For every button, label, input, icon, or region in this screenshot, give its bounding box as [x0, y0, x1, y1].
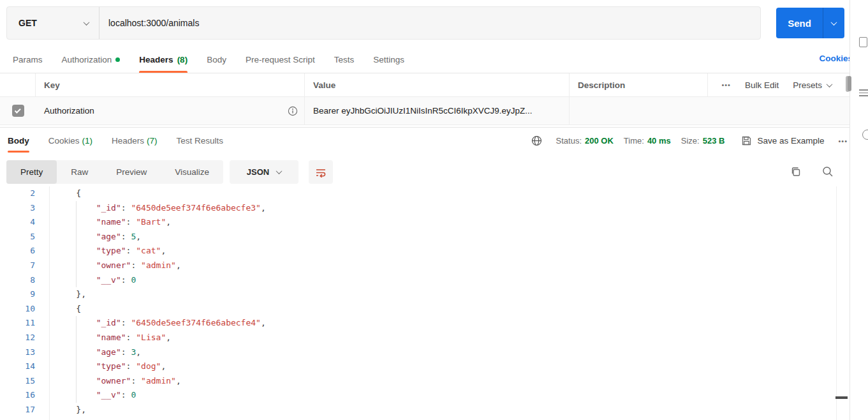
- line-number: 8: [0, 273, 50, 288]
- cookies-link[interactable]: Cookies: [819, 54, 853, 63]
- line-number: 15: [0, 374, 50, 389]
- line-number: 13: [0, 345, 50, 360]
- column-key: Key: [36, 73, 305, 96]
- code-line[interactable]: 11 "_id": "6450de5eef374f6e6abecfe4",: [0, 316, 835, 331]
- wrap-lines-button[interactable]: [309, 160, 333, 184]
- tab-headers[interactable]: Headers (8): [139, 46, 188, 73]
- tab-body[interactable]: Body: [207, 46, 226, 73]
- response-tab-headers[interactable]: Headers (7): [112, 128, 158, 154]
- code-line[interactable]: 13 "age": 3,: [0, 345, 835, 360]
- response-tabs: Body Cookies (1) Headers (7) Test Result…: [0, 128, 497, 154]
- select-all-column: [0, 73, 36, 96]
- header-key-cell[interactable]: Authorization: [36, 97, 305, 124]
- page-scrollbar-thumb[interactable]: [848, 76, 851, 91]
- tab-tests[interactable]: Tests: [334, 46, 355, 73]
- response-tab-cookies[interactable]: Cookies (1): [48, 128, 92, 154]
- code-line[interactable]: 5 "age": 5,: [0, 230, 835, 244]
- tab-params[interactable]: Params: [13, 46, 43, 73]
- save-icon: [741, 135, 752, 146]
- comments-icon[interactable]: [859, 89, 868, 97]
- line-number: 5: [0, 230, 50, 244]
- copy-response-button[interactable]: [790, 165, 802, 178]
- row-checkbox[interactable]: [12, 105, 24, 117]
- bulk-edit-button[interactable]: Bulk Edit: [745, 80, 779, 90]
- view-tab-visualize[interactable]: Visualize: [161, 160, 223, 184]
- code-line[interactable]: 6 "type": "cat",: [0, 244, 835, 259]
- presets-dropdown[interactable]: Presets: [793, 80, 832, 90]
- line-number: 17: [0, 403, 50, 417]
- search-response-button[interactable]: [822, 166, 834, 177]
- response-view-switcher: Pretty Raw Preview Visualize: [6, 160, 223, 184]
- headers-table-header: Key Value Description ••• Bulk Edit Pres…: [0, 73, 851, 97]
- code-snippet-icon[interactable]: [862, 130, 868, 140]
- response-tab-body[interactable]: Body: [8, 128, 29, 154]
- line-content: "owner": "admin",: [50, 259, 181, 273]
- line-number: 16: [0, 388, 50, 403]
- size-badge: Size: 523 B: [681, 136, 725, 146]
- header-value-cell[interactable]: Bearer eyJhbGciOiJIUzI1NiIsInR5cCI6IkpXV…: [305, 97, 570, 124]
- documentation-icon[interactable]: [859, 37, 867, 47]
- cookies-count-badge: (1): [82, 136, 93, 146]
- code-line[interactable]: 16 "__v": 0: [0, 388, 835, 403]
- code-line[interactable]: 14 "type": "dog",: [0, 359, 835, 374]
- code-line[interactable]: 12 "name": "Lisa",: [0, 331, 835, 345]
- code-line[interactable]: 15 "owner": "admin",: [0, 374, 835, 389]
- response-meta: Status: 200 OK Time: 40 ms Size: 523 B S…: [531, 128, 848, 154]
- line-number: 9: [0, 287, 50, 302]
- code-line[interactable]: 17 },: [0, 403, 835, 417]
- send-button[interactable]: Send: [776, 8, 844, 38]
- code-line[interactable]: 3 "_id": "6450de5eef374f6e6abecfe3",: [0, 201, 835, 216]
- header-description-cell[interactable]: [570, 97, 708, 124]
- context-rail: [850, 0, 868, 420]
- tab-pre-request-script[interactable]: Pre-request Script: [246, 46, 315, 73]
- wrap-lines-icon: [315, 167, 327, 177]
- table-actions: ••• Bulk Edit Presets: [708, 73, 851, 96]
- code-line[interactable]: 9 },: [0, 287, 835, 302]
- tab-settings[interactable]: Settings: [373, 46, 404, 73]
- method-dropdown[interactable]: GET: [7, 7, 99, 39]
- response-tab-test-results[interactable]: Test Results: [177, 128, 224, 154]
- column-value: Value: [305, 73, 570, 96]
- line-number: 4: [0, 215, 50, 230]
- line-content: "age": 3,: [50, 345, 141, 360]
- view-tab-preview[interactable]: Preview: [102, 160, 161, 184]
- chevron-down-icon: [831, 19, 837, 26]
- editor-scrollbar-thumb[interactable]: [835, 396, 848, 399]
- indent-guide: [76, 201, 77, 288]
- code-line[interactable]: 10 {: [0, 302, 835, 317]
- line-number: 6: [0, 244, 50, 259]
- globe-icon[interactable]: [531, 135, 542, 146]
- tab-authorization[interactable]: Authorization: [62, 46, 121, 73]
- code-line[interactable]: 2 {: [0, 186, 835, 201]
- format-dropdown[interactable]: JSON: [230, 160, 298, 184]
- code-line[interactable]: 8 "__v": 0: [0, 273, 835, 288]
- line-content: {: [50, 417, 81, 420]
- code-line[interactable]: 7 "owner": "admin",: [0, 259, 835, 273]
- line-content: "name": "Bart",: [50, 215, 171, 230]
- code-line[interactable]: 18 {: [0, 417, 835, 420]
- view-tab-raw[interactable]: Raw: [57, 160, 102, 184]
- search-icon: [822, 166, 834, 177]
- info-icon: [288, 106, 298, 116]
- line-content: "owner": "admin",: [50, 374, 181, 389]
- chevron-down-icon: [84, 19, 90, 26]
- code-line[interactable]: 4 "name": "Bart",: [0, 215, 835, 230]
- send-options-button[interactable]: [823, 8, 844, 38]
- line-number: 18: [0, 417, 50, 420]
- more-actions-icon[interactable]: •••: [721, 81, 731, 89]
- response-more-actions-icon[interactable]: •••: [838, 137, 848, 145]
- line-content: {: [50, 186, 81, 201]
- url-input[interactable]: localhost:3000/animals: [99, 7, 760, 39]
- chevron-down-icon: [827, 81, 833, 87]
- editor-scrollbar-track: [836, 186, 837, 420]
- indent-guide: [76, 316, 77, 403]
- line-content: "name": "Lisa",: [50, 331, 171, 345]
- table-row: Authorization Bearer eyJhbGciOiJIUzI1NiI…: [0, 97, 851, 125]
- save-as-example-button[interactable]: Save as Example: [741, 135, 824, 146]
- send-button-label[interactable]: Send: [776, 8, 823, 38]
- response-headers-count-badge: (7): [147, 136, 158, 146]
- line-content: },: [50, 403, 86, 417]
- view-tab-pretty[interactable]: Pretty: [6, 160, 57, 184]
- line-content: "__v": 0: [50, 273, 136, 288]
- response-body-editor[interactable]: 2 { 3 "_id": "6450de5eef374f6e6abecfe3",…: [0, 186, 835, 420]
